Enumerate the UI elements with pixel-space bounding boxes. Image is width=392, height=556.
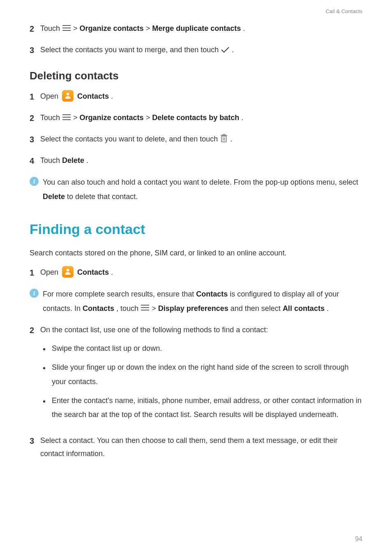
text: . <box>111 268 113 276</box>
contacts-app-icon <box>62 90 74 102</box>
text: . <box>230 135 232 143</box>
text-bold: All contacts <box>283 304 325 313</box>
text-bold: Contacts <box>196 290 228 298</box>
svg-rect-7 <box>221 136 226 142</box>
step-3-delete-select: 3 Select the contacts you want to delete… <box>30 132 362 146</box>
text: > <box>152 304 158 313</box>
list-item: Enter the contact's name, initials, phon… <box>52 394 362 422</box>
step-number: 1 <box>30 90 39 104</box>
text: . <box>86 156 88 164</box>
text: to delete that contact. <box>67 192 138 201</box>
step-1-open-contacts: 1 Open Contacts . <box>30 90 362 104</box>
step-4-touch-delete: 4 Touch Delete . <box>30 154 362 168</box>
step-body: Touch Delete . <box>40 154 88 167</box>
check-icon <box>221 44 230 57</box>
text: . <box>241 114 243 122</box>
heading-deleting-contacts: Deleting contacts <box>30 70 362 82</box>
breadcrumb: Call & Contacts <box>30 8 362 14</box>
step-number: 3 <box>30 434 39 448</box>
text: . <box>327 304 329 313</box>
info-body: You can also touch and hold a contact yo… <box>43 175 362 204</box>
step-2-delete-batch: 2 Touch > Organize contacts > Delete con… <box>30 111 362 125</box>
text: > <box>73 114 80 122</box>
step-number: 2 <box>30 22 39 36</box>
step-number: 3 <box>30 43 39 57</box>
step-body: On the contact list, use one of the foll… <box>40 323 362 426</box>
info-icon: i <box>30 289 39 298</box>
info-display-preferences: i For more complete search results, ensu… <box>30 287 362 316</box>
text: . <box>111 92 113 100</box>
text: On the contact list, use one of the foll… <box>40 323 362 336</box>
text: You can also touch and hold a contact yo… <box>43 178 358 186</box>
list-item: Slide your finger up or down the index o… <box>52 360 362 388</box>
hamburger-icon <box>62 111 71 125</box>
step-number: 2 <box>30 323 39 337</box>
text: > <box>146 114 152 122</box>
info-body: For more complete search results, ensure… <box>43 287 362 316</box>
step-body: Select the contacts you want to merge, a… <box>40 43 234 57</box>
step-2-merge: 2 Touch > Organize contacts > Merge dupl… <box>30 22 362 36</box>
text: Select the contacts you want to merge, a… <box>40 46 221 54</box>
text: . <box>243 24 245 32</box>
text: > <box>73 24 80 32</box>
step-3-merge-confirm: 3 Select the contacts you want to merge,… <box>30 43 362 57</box>
para-intro: Search contacts stored on the phone, SIM… <box>30 246 362 259</box>
text-bold: Organize contacts <box>80 114 144 122</box>
step-body: Select a contact. You can then choose to… <box>40 434 362 461</box>
text-bold: Contacts <box>77 268 109 276</box>
step-1-open-contacts-2: 1 Open Contacts . <box>30 266 362 280</box>
heading-finding-contact: Finding a contact <box>30 221 362 237</box>
text: > <box>146 24 152 32</box>
text-bold: Organize contacts <box>80 24 144 32</box>
text-bold: Delete <box>62 156 84 164</box>
trash-icon <box>220 133 228 146</box>
step-3-select-contact: 3 Select a contact. You can then choose … <box>30 434 362 461</box>
text: Open <box>40 268 60 276</box>
page-number: 94 <box>355 535 362 543</box>
step-number: 4 <box>30 154 39 168</box>
text: Select the contacts you want to delete, … <box>40 135 220 143</box>
step-number: 2 <box>30 111 39 125</box>
step-2-methods: 2 On the contact list, use one of the fo… <box>30 323 362 426</box>
text: Open <box>40 92 60 100</box>
text: Touch <box>40 114 62 122</box>
step-body: Select the contacts you want to delete, … <box>40 132 232 146</box>
step-body: Touch > Organize contacts > Merge duplic… <box>40 22 245 35</box>
step-body: Open Contacts . <box>40 90 113 103</box>
text-bold: Merge duplicate contacts <box>152 24 241 32</box>
step-body: Open Contacts . <box>40 266 113 279</box>
step-number: 1 <box>30 266 39 280</box>
svg-point-3 <box>67 93 69 95</box>
text-bold: Contacts <box>77 92 109 100</box>
step-body: Touch > Organize contacts > Delete conta… <box>40 111 243 125</box>
step-number: 3 <box>30 132 39 146</box>
info-delete-longpress: i You can also touch and hold a contact … <box>30 175 362 204</box>
hamburger-icon <box>141 304 152 313</box>
svg-point-14 <box>67 269 69 271</box>
list-item: Swipe the contact list up or down. <box>52 341 362 355</box>
text: Touch <box>40 156 62 164</box>
text: . <box>232 46 234 54</box>
text-bold: Contacts <box>83 304 114 313</box>
text: For more complete search results, ensure… <box>43 290 196 298</box>
text-bold: Delete <box>43 192 65 201</box>
text: Touch <box>40 24 62 32</box>
info-icon: i <box>30 177 39 186</box>
text: and then select <box>231 304 283 313</box>
text-bold: Display preferences <box>158 304 228 313</box>
text-bold: Delete contacts by batch <box>152 114 239 122</box>
text: , touch <box>116 304 141 313</box>
hamburger-icon <box>62 22 71 35</box>
contacts-app-icon <box>62 266 74 278</box>
